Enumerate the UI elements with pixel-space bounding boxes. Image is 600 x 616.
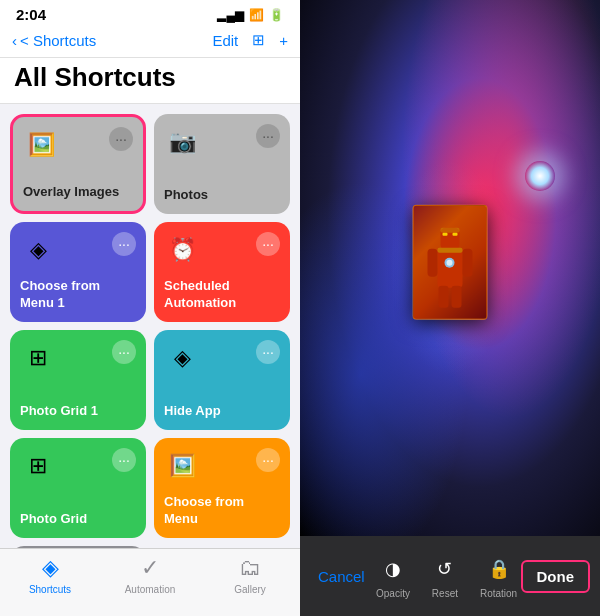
nav-back[interactable]: ‹ < Shortcuts	[12, 32, 96, 49]
shortcuts-grid: 🖼️ ··· Overlay Images 📷 ··· Photos ◈ ···…	[0, 104, 300, 548]
iron-man-svg	[423, 212, 478, 312]
shortcut-top: ◈ ···	[20, 232, 136, 268]
rotation-icon: 🔒	[484, 554, 514, 584]
opacity-icon: ◑	[378, 554, 408, 584]
shortcuts-tab-label: Shortcuts	[29, 584, 71, 595]
tab-shortcuts[interactable]: ◈ Shortcuts	[0, 555, 100, 595]
svg-rect-7	[452, 285, 462, 307]
shortcut-photos[interactable]: 📷 ··· Photos	[154, 114, 290, 214]
svg-rect-3	[453, 232, 458, 235]
shortcut-top: ⊞ ···	[20, 340, 136, 376]
grid-icon[interactable]: ⊞	[252, 31, 265, 49]
gallery-tab-label: Gallery	[234, 584, 266, 595]
shortcut-dots[interactable]: ···	[112, 448, 136, 472]
tab-gallery[interactable]: 🗂 Gallery	[200, 555, 300, 595]
svg-rect-6	[439, 285, 449, 307]
choose-menu-label: Choose from Menu 1	[20, 278, 136, 312]
shortcut-misc[interactable]: ◈ ···	[10, 546, 146, 548]
status-time: 2:04	[16, 6, 46, 23]
shortcut-hide-app[interactable]: ◈ ··· Hide App	[154, 330, 290, 430]
shortcut-dots[interactable]: ···	[256, 448, 280, 472]
battery-icon: 🔋	[269, 8, 284, 22]
shortcut-top: 🖼️ ···	[23, 127, 133, 163]
choose-menu2-icon: 🖼️	[164, 448, 200, 484]
photo-grid1-icon: ⊞	[20, 340, 56, 376]
editor-panel: Cancel ◑ Opacity ↺ Reset 🔒 Rotation Done	[300, 0, 600, 616]
wifi-icon: 📶	[249, 8, 264, 22]
choose-menu2-label: Choose from Menu	[164, 494, 280, 528]
status-bar: 2:04 ▂▄▆ 📶 🔋	[0, 0, 300, 27]
shortcut-top: 📷 ···	[164, 124, 280, 160]
nav-back-label[interactable]: < Shortcuts	[20, 32, 96, 49]
reset-tool[interactable]: ↺ Reset	[430, 554, 460, 599]
svg-rect-8	[428, 248, 438, 276]
edit-button[interactable]: Edit	[212, 32, 238, 49]
gallery-tab-icon: 🗂	[239, 555, 261, 581]
hide-app-label: Hide App	[164, 403, 280, 420]
opacity-label: Opacity	[376, 588, 410, 599]
svg-rect-2	[443, 232, 448, 235]
glow-orb	[525, 161, 555, 191]
choose-menu-icon: ◈	[20, 232, 56, 268]
shortcut-overlay-images[interactable]: 🖼️ ··· Overlay Images	[10, 114, 146, 214]
shortcut-photo-grid-1[interactable]: ⊞ ··· Photo Grid 1	[10, 330, 146, 430]
status-icons: ▂▄▆ 📶 🔋	[217, 8, 284, 22]
editor-toolbar: Cancel ◑ Opacity ↺ Reset 🔒 Rotation Done	[300, 536, 600, 616]
tab-automation[interactable]: ✓ Automation	[100, 555, 200, 595]
nav-actions: Edit ⊞ +	[212, 31, 288, 49]
automation-tab-icon: ✓	[141, 555, 159, 581]
back-chevron-icon: ‹	[12, 32, 17, 49]
svg-rect-0	[438, 247, 463, 287]
add-icon[interactable]: +	[279, 32, 288, 49]
shortcut-dots[interactable]: ···	[112, 232, 136, 256]
shortcut-dots[interactable]: ···	[256, 232, 280, 256]
shortcuts-tab-icon: ◈	[42, 555, 59, 581]
done-button[interactable]: Done	[521, 560, 591, 593]
photo-grid-icon: ⊞	[20, 448, 56, 484]
photos-icon: 📷	[164, 124, 200, 160]
photo-grid-label: Photo Grid	[20, 511, 136, 528]
rotation-label: Rotation	[480, 588, 517, 599]
rotation-tool[interactable]: 🔒 Rotation	[480, 554, 517, 599]
tab-bar: ◈ Shortcuts ✓ Automation 🗂 Gallery	[0, 548, 300, 616]
opacity-tool[interactable]: ◑ Opacity	[376, 554, 410, 599]
shortcut-top: ⏰ ···	[164, 232, 280, 268]
image-area	[300, 0, 600, 536]
scheduled-label: Scheduled Automation	[164, 278, 280, 312]
shortcut-scheduled-automation[interactable]: ⏰ ··· Scheduled Automation	[154, 222, 290, 322]
toolbar-tools: ◑ Opacity ↺ Reset 🔒 Rotation	[373, 554, 521, 599]
iron-man-card	[413, 205, 488, 320]
nav-bar: ‹ < Shortcuts Edit ⊞ +	[0, 27, 300, 58]
scheduled-icon: ⏰	[164, 232, 200, 268]
svg-point-5	[447, 259, 453, 265]
photos-label: Photos	[164, 187, 280, 204]
cancel-button[interactable]: Cancel	[310, 562, 373, 591]
shortcut-dots[interactable]: ···	[112, 340, 136, 364]
shortcut-dots[interactable]: ···	[109, 127, 133, 151]
reset-icon: ↺	[430, 554, 460, 584]
svg-rect-10	[438, 247, 463, 252]
main-image	[300, 0, 600, 536]
shortcut-top: 🖼️ ···	[164, 448, 280, 484]
shortcut-choose-from-menu-2[interactable]: 🖼️ ··· Choose from Menu	[154, 438, 290, 538]
iphone-panel: 2:04 ▂▄▆ 📶 🔋 ‹ < Shortcuts Edit ⊞ + All …	[0, 0, 300, 616]
svg-rect-11	[441, 227, 460, 232]
reset-label: Reset	[432, 588, 458, 599]
photo-grid1-label: Photo Grid 1	[20, 403, 136, 420]
automation-tab-label: Automation	[125, 584, 176, 595]
shortcut-top: ⊞ ···	[20, 448, 136, 484]
shortcut-dots[interactable]: ···	[256, 340, 280, 364]
shortcut-top: ◈ ···	[164, 340, 280, 376]
page-title: All Shortcuts	[0, 58, 300, 104]
svg-rect-9	[463, 248, 473, 276]
shortcut-choose-from-menu[interactable]: ◈ ··· Choose from Menu 1	[10, 222, 146, 322]
signal-icon: ▂▄▆	[217, 8, 244, 22]
shortcut-dots[interactable]: ···	[256, 124, 280, 148]
overlay-images-label: Overlay Images	[23, 184, 133, 201]
hide-app-icon: ◈	[164, 340, 200, 376]
shortcut-photo-grid[interactable]: ⊞ ··· Photo Grid	[10, 438, 146, 538]
overlay-images-icon: 🖼️	[23, 127, 59, 163]
